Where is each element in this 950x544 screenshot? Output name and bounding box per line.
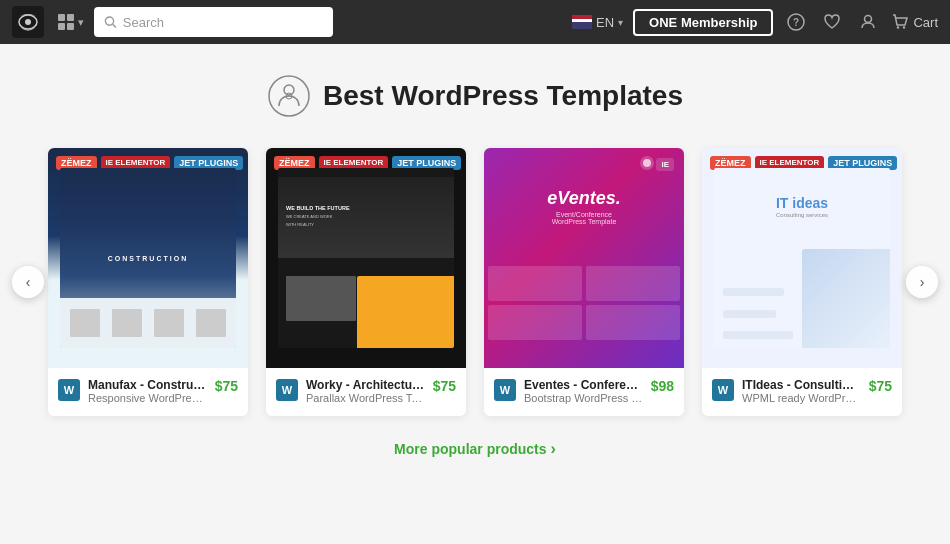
product-name-1: Manufax - Construction Multp...	[88, 378, 207, 392]
product-card-3[interactable]: IE eVentes. Event/Conference WordPress T…	[484, 148, 684, 416]
product-price-3: $98	[651, 378, 674, 394]
product-card-4[interactable]: zëmez IE elementor Jet plugins IT ideas …	[702, 148, 902, 416]
product-image-3: IE eVentes. Event/Conference WordPress T…	[484, 148, 684, 368]
page-title: Best WordPress Templates	[323, 80, 683, 112]
product-details-1: Manufax - Construction Multp... Responsi…	[88, 378, 207, 404]
product-subname-4: WPML ready WordPress Templ...	[742, 392, 861, 404]
lang-label: EN	[596, 15, 614, 30]
product-name-3: Eventes - Conference and Event	[524, 378, 643, 392]
logo-icon[interactable]	[12, 6, 44, 38]
flag-icon	[572, 15, 592, 29]
search-icon	[104, 15, 117, 29]
product-subname-1: Responsive WordPress Theme	[88, 392, 207, 404]
cart-label: Cart	[913, 15, 938, 30]
products-grid: zëmez IE elementor Jet plugins CONSTRUCT…	[20, 148, 930, 416]
product-info-4: W ITIdeas - Consulting Website T... WPML…	[702, 368, 902, 416]
product-price-1: $75	[215, 378, 238, 394]
wordpress-badge-1: W	[58, 379, 80, 401]
membership-button[interactable]: ONE Membership	[633, 9, 773, 36]
chevron-right-icon: ›	[551, 440, 556, 458]
product-card-2[interactable]: zëmez IE elementor Jet plugins WE BUILD …	[266, 148, 466, 416]
product-name-2: Worky - Architectural Bureau M...	[306, 378, 425, 392]
product-info-1: W Manufax - Construction Multp... Respon…	[48, 368, 248, 416]
cart-icon	[891, 13, 909, 31]
lang-chevron-icon: ▾	[618, 17, 623, 28]
site-header: ▾ EN ▾ ONE Membership ?	[0, 0, 950, 44]
wordpress-badge-4: W	[712, 379, 734, 401]
product-details-2: Worky - Architectural Bureau M... Parall…	[306, 378, 425, 404]
search-bar[interactable]	[94, 7, 333, 37]
wishlist-icon[interactable]	[819, 13, 845, 31]
product-price-2: $75	[433, 378, 456, 394]
product-image-2: zëmez IE elementor Jet plugins WE BUILD …	[266, 148, 466, 368]
search-input[interactable]	[123, 15, 323, 30]
svg-text:?: ?	[793, 17, 799, 28]
more-products-section: More popular products ›	[20, 440, 930, 468]
product-info-2: W Worky - Architectural Bureau M... Para…	[266, 368, 466, 416]
account-icon[interactable]	[855, 13, 881, 31]
product-name-4: ITIdeas - Consulting Website T...	[742, 378, 861, 392]
logo-area[interactable]	[12, 6, 44, 38]
svg-point-2	[25, 19, 31, 25]
language-selector[interactable]: EN ▾	[572, 15, 623, 30]
product-card-1[interactable]: zëmez IE elementor Jet plugins CONSTRUCT…	[48, 148, 248, 416]
product-subname-2: Parallax WordPress Template	[306, 392, 425, 404]
next-arrow[interactable]: ›	[906, 266, 938, 298]
wordpress-badge-2: W	[276, 379, 298, 401]
product-details-4: ITIdeas - Consulting Website T... WPML r…	[742, 378, 861, 404]
product-info-3: W Eventes - Conference and Event Bootstr…	[484, 368, 684, 416]
prev-arrow[interactable]: ‹	[12, 266, 44, 298]
wordpress-badge-3: W	[494, 379, 516, 401]
product-details-3: Eventes - Conference and Event Bootstrap…	[524, 378, 643, 404]
svg-point-7	[865, 16, 872, 23]
more-products-label: More popular products	[394, 441, 546, 457]
svg-point-3	[105, 17, 113, 25]
main-content: Best WordPress Templates ‹ zëmez IE elem…	[0, 44, 950, 488]
svg-point-9	[903, 26, 905, 28]
product-price-4: $75	[869, 378, 892, 394]
grid-toggle-button[interactable]: ▾	[58, 14, 84, 30]
cart-area[interactable]: Cart	[891, 13, 938, 31]
product-image-4: zëmez IE elementor Jet plugins IT ideas …	[702, 148, 902, 368]
products-carousel: ‹ zëmez IE elementor Jet plugins CONSTRU…	[20, 148, 930, 416]
wordpress-icon	[267, 74, 311, 118]
product-subname-3: Bootstrap WordPress Theme	[524, 392, 643, 404]
hero-title-area: Best WordPress Templates	[20, 74, 930, 118]
help-icon[interactable]: ?	[783, 13, 809, 31]
more-products-link[interactable]: More popular products ›	[394, 440, 556, 458]
svg-line-4	[113, 24, 116, 27]
product-image-1: zëmez IE elementor Jet plugins CONSTRUCT…	[48, 148, 248, 368]
svg-point-8	[897, 26, 899, 28]
